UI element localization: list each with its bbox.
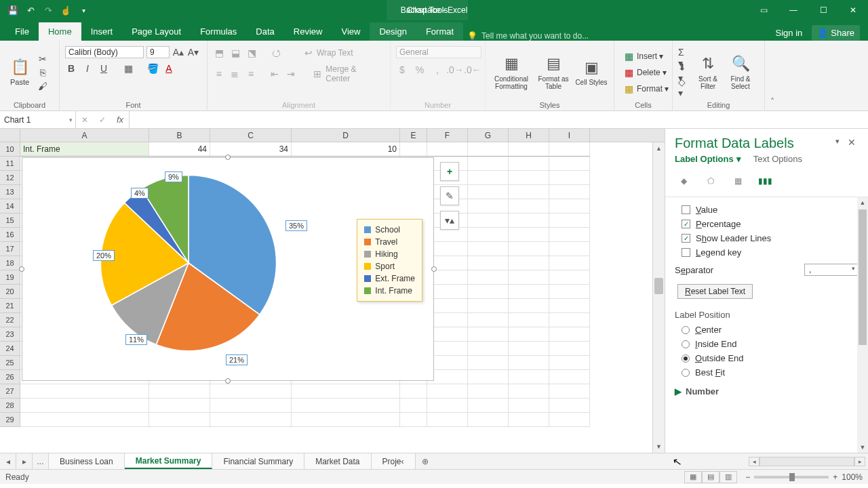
- fill-line-icon[interactable]: ◆: [675, 172, 692, 190]
- size-properties-icon[interactable]: ▦: [729, 172, 747, 190]
- taskpane-scrollbar[interactable]: ▲▼: [857, 197, 868, 453]
- column-header[interactable]: D: [292, 129, 400, 142]
- row-header[interactable]: 25: [0, 356, 20, 370]
- sheet-tab[interactable]: Business Loan: [49, 453, 125, 469]
- checkbox-show-leader-lines[interactable]: Show Leader Lines: [675, 231, 859, 245]
- sheet-nav-next-icon[interactable]: ▸: [16, 453, 33, 469]
- row-header[interactable]: 24: [0, 342, 20, 356]
- tab-label-options[interactable]: Label Options ▾: [675, 154, 741, 164]
- zoom-out-icon[interactable]: −: [745, 472, 750, 482]
- cell[interactable]: [468, 413, 509, 427]
- row-header[interactable]: 15: [0, 214, 20, 228]
- cell[interactable]: [549, 185, 590, 199]
- new-sheet-button[interactable]: ⊕: [416, 453, 435, 469]
- cell[interactable]: [549, 370, 590, 384]
- cell[interactable]: [149, 413, 210, 427]
- cell[interactable]: [509, 413, 549, 427]
- column-header[interactable]: H: [509, 129, 549, 142]
- cell[interactable]: [509, 384, 549, 399]
- cell[interactable]: [20, 413, 149, 427]
- cell[interactable]: Int. Frame: [20, 142, 149, 157]
- format-painter-icon[interactable]: 🖌: [37, 80, 49, 92]
- resize-handle[interactable]: [431, 266, 437, 272]
- hscroll-right-icon[interactable]: ▸: [854, 457, 865, 466]
- align-middle-icon[interactable]: ⬓: [229, 47, 241, 59]
- sheet-tab[interactable]: Financial Summary: [212, 453, 304, 469]
- data-label[interactable]: 21%: [226, 354, 248, 365]
- tab-data[interactable]: Data: [246, 22, 283, 41]
- cell[interactable]: [509, 399, 549, 413]
- row-header[interactable]: 14: [0, 199, 20, 214]
- cell[interactable]: [468, 270, 509, 285]
- column-header[interactable]: C: [210, 129, 292, 142]
- cell[interactable]: [509, 214, 549, 228]
- cell[interactable]: [509, 342, 549, 356]
- tab-home[interactable]: Home: [39, 22, 81, 41]
- cell[interactable]: [509, 199, 549, 214]
- row-header[interactable]: 12: [0, 171, 20, 185]
- align-right-icon[interactable]: ≡: [245, 68, 257, 80]
- hscroll-left-icon[interactable]: ◂: [749, 457, 760, 466]
- cell[interactable]: [509, 285, 549, 299]
- radio-best-fit[interactable]: Best Fit: [675, 365, 859, 380]
- tab-page-layout[interactable]: Page Layout: [122, 22, 191, 41]
- underline-icon[interactable]: U: [98, 62, 110, 75]
- data-label[interactable]: 4%: [131, 188, 149, 199]
- cell[interactable]: [509, 256, 549, 270]
- cell[interactable]: [468, 399, 509, 413]
- cell[interactable]: [549, 384, 590, 399]
- row-header[interactable]: 18: [0, 256, 20, 270]
- column-header[interactable]: G: [468, 129, 509, 142]
- separator-select[interactable]: ,: [804, 264, 859, 276]
- number-format-select[interactable]: General: [396, 46, 481, 58]
- delete-cells-button[interactable]: ▦Delete ▾: [620, 66, 671, 79]
- cell[interactable]: 44: [149, 142, 210, 157]
- row-header[interactable]: 23: [0, 327, 20, 342]
- row-header[interactable]: 11: [0, 157, 20, 171]
- sheet-tab[interactable]: Market Data: [304, 453, 371, 469]
- orientation-icon[interactable]: ⭯: [270, 47, 282, 59]
- number-section[interactable]: ▶Number: [675, 380, 859, 396]
- decrease-decimal-icon[interactable]: .0←: [467, 64, 479, 76]
- vertical-scrollbar[interactable]: ▲ ▼: [652, 142, 665, 453]
- cell[interactable]: [20, 399, 149, 413]
- align-bottom-icon[interactable]: ⬔: [245, 47, 258, 59]
- cell[interactable]: 10: [292, 142, 400, 157]
- maximize-icon[interactable]: ☐: [808, 0, 838, 20]
- cell[interactable]: [468, 242, 509, 256]
- format-as-table-button[interactable]: ▤ Format as Table: [534, 55, 572, 90]
- touch-mode-icon[interactable]: ☝: [58, 3, 73, 18]
- row-header[interactable]: 17: [0, 242, 20, 256]
- sheet-tab[interactable]: Market Summary: [125, 453, 213, 469]
- collapse-ribbon-icon[interactable]: ˄: [765, 41, 780, 110]
- scroll-down-icon[interactable]: ▼: [653, 441, 665, 453]
- cell[interactable]: [509, 356, 549, 370]
- cell[interactable]: [210, 384, 292, 399]
- reset-label-text-button[interactable]: Reset Label Text: [677, 284, 753, 299]
- chart-object[interactable]: 35% 21% 11% 20% 4% 9% SchoolTravelHiking…: [22, 157, 434, 381]
- font-name-select[interactable]: Calibri (Body): [65, 46, 144, 58]
- cell[interactable]: [549, 342, 590, 356]
- radio-inside-end[interactable]: Inside End: [675, 337, 859, 351]
- sheet-nav-prev-icon[interactable]: ◂: [0, 453, 16, 469]
- cell[interactable]: [509, 313, 549, 327]
- percent-format-icon[interactable]: %: [414, 64, 426, 76]
- zoom-level[interactable]: 100%: [842, 472, 863, 482]
- zoom-slider[interactable]: [754, 476, 829, 479]
- cell[interactable]: [509, 270, 549, 285]
- legend-item[interactable]: Travel: [364, 236, 415, 248]
- row-header[interactable]: 27: [0, 384, 20, 399]
- scroll-up-icon[interactable]: ▲: [653, 142, 665, 155]
- select-all-corner[interactable]: [0, 129, 20, 142]
- cell[interactable]: [400, 399, 427, 413]
- tab-file[interactable]: File: [5, 22, 39, 41]
- row-header[interactable]: 16: [0, 228, 20, 242]
- resize-handle[interactable]: [225, 378, 231, 384]
- chart-styles-button[interactable]: ✎: [440, 186, 459, 205]
- zoom-in-icon[interactable]: +: [833, 472, 837, 482]
- cell[interactable]: [400, 384, 427, 399]
- wrap-text-button[interactable]: ↩Wrap Text: [300, 46, 356, 60]
- insert-cells-button[interactable]: ▦Insert ▾: [620, 49, 671, 63]
- formula-input[interactable]: [130, 111, 868, 128]
- merge-center-button[interactable]: ⊞Merge & Center: [309, 64, 384, 84]
